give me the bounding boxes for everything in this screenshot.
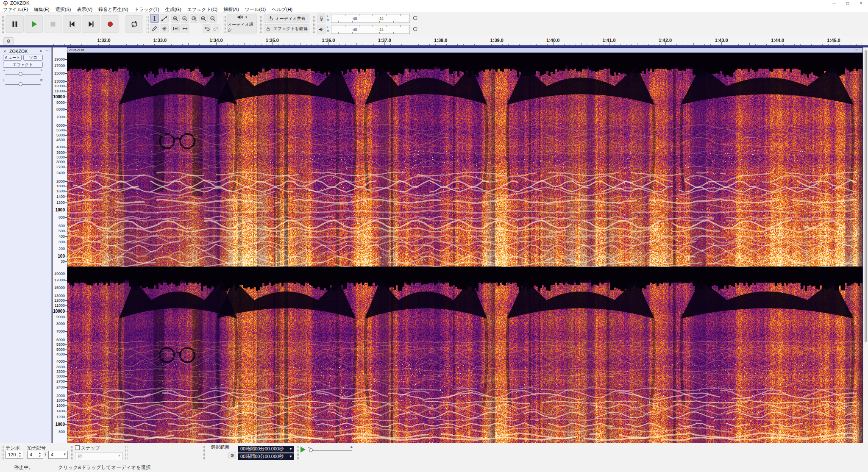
- recording-meter-bar[interactable]: -48 -24: [331, 14, 410, 23]
- gain-slider-thumb[interactable]: [19, 72, 22, 76]
- selection-start-field[interactable]: 00時間00分00.000秒 ▼: [238, 446, 294, 453]
- toolbar-grip[interactable]: [146, 16, 149, 33]
- toolbar-grip[interactable]: [313, 16, 315, 33]
- share-audio-button[interactable]: オーディオ共有: [264, 14, 309, 23]
- chevron-down-icon: ▾: [64, 452, 66, 456]
- timeline-label: 1:39.0: [490, 38, 504, 43]
- selection-end-field[interactable]: 00時間00分00.000秒 ▼: [238, 453, 294, 460]
- selection-tool-button[interactable]: I: [150, 14, 159, 23]
- zoom-fit-button[interactable]: [199, 14, 208, 23]
- meter-options-icon[interactable]: [412, 26, 418, 32]
- microphone-icon[interactable]: [317, 14, 326, 23]
- snap-label: スナップ: [81, 445, 100, 451]
- silence-audio-button[interactable]: [181, 24, 189, 33]
- frequency-label: 100: [58, 253, 65, 258]
- toolbar-grip[interactable]: [260, 16, 262, 33]
- pan-slider[interactable]: [5, 84, 41, 85]
- playback-meter-bar[interactable]: -48 -24: [331, 25, 410, 34]
- redo-button[interactable]: [212, 24, 220, 33]
- tempo-spinner[interactable]: ▲▼: [17, 451, 22, 458]
- stop-button[interactable]: [44, 15, 62, 33]
- audio-setup-button[interactable]: ▼ オーディオ設定: [227, 14, 257, 33]
- track-title[interactable]: ZOKZOK: [9, 49, 28, 54]
- effects-button[interactable]: エフェクト: [3, 62, 43, 68]
- frequency-ruler[interactable]: 1900017000150001300012000110001000090008…: [52, 47, 67, 443]
- vertical-scrollbar-thumb[interactable]: [865, 50, 867, 342]
- toolbar-grip[interactable]: [1, 446, 4, 460]
- envelope-tool-button[interactable]: [160, 14, 169, 23]
- snap-unit-select[interactable]: 秒 ▾: [75, 452, 122, 460]
- toolbar-grip[interactable]: [2, 16, 4, 33]
- menu-item-1[interactable]: 編集(E): [31, 7, 53, 12]
- play-speed-slider[interactable]: [310, 450, 352, 451]
- tempo-input[interactable]: 120 ▲▼: [6, 451, 23, 459]
- audio-clip[interactable]: ZOKZOK ⋯: [67, 47, 863, 443]
- time-signature-lower-select[interactable]: 4 ▾: [48, 451, 68, 459]
- frequency-label: 1600: [56, 403, 65, 408]
- mute-button[interactable]: ミュート: [3, 55, 22, 61]
- speaker-icon[interactable]: [317, 25, 326, 34]
- track-close-icon[interactable]: ×: [3, 49, 6, 54]
- frequency-label: 800: [58, 215, 65, 219]
- track-collapse-icon[interactable]: ∧: [39, 49, 42, 53]
- menu-item-4[interactable]: 録音と再生(N): [95, 7, 131, 12]
- menu-item-0[interactable]: ファイル(F): [0, 7, 31, 12]
- spectrogram-canvas[interactable]: [67, 53, 862, 443]
- timeline-label: 1:36.0: [322, 38, 335, 43]
- menu-item-5[interactable]: トラック(T): [131, 7, 162, 12]
- menu-item-7[interactable]: エフェクト(C): [184, 7, 221, 12]
- menu-item-2[interactable]: 選択(S): [53, 7, 74, 12]
- play-button[interactable]: [25, 15, 43, 33]
- selection-options-button[interactable]: ⚙: [228, 452, 236, 459]
- toolbar-grip[interactable]: [203, 446, 205, 460]
- meter-options-icon[interactable]: [412, 15, 418, 21]
- timeline-ruler-row: ⚙ 1:32.01:33.01:34.01:35.01:36.01:37.01:…: [0, 36, 868, 46]
- playback-meter[interactable]: LR -48 -24: [317, 25, 423, 34]
- recording-meter[interactable]: LR -48 -24: [317, 14, 423, 23]
- time-signature-spinner[interactable]: ▲▼: [37, 451, 42, 458]
- menu-item-6[interactable]: 生成(G): [162, 7, 184, 12]
- audacity-window: ZOKZOK ─ □ × ファイル(F)編集(E)選択(S)表示(V)録音と再生…: [0, 0, 868, 472]
- minimize-button[interactable]: ─: [827, 0, 841, 7]
- meter-tick: [387, 14, 387, 16]
- play-speed-slider-thumb[interactable]: [309, 448, 313, 452]
- solo-button[interactable]: ソロ: [23, 55, 43, 61]
- get-effects-button[interactable]: エフェクトを取得: [264, 24, 309, 33]
- skip-to-end-button[interactable]: [82, 15, 100, 33]
- skip-to-start-button[interactable]: [63, 15, 81, 33]
- undo-button[interactable]: [203, 24, 211, 33]
- time-signature-upper-input[interactable]: 4 ▲▼: [27, 451, 43, 459]
- record-button[interactable]: [101, 15, 119, 33]
- timeline-ruler[interactable]: 1:32.01:33.01:34.01:35.01:36.01:37.01:38…: [52, 36, 868, 45]
- trim-audio-button[interactable]: [171, 24, 180, 33]
- loop-button[interactable]: [125, 15, 143, 33]
- toolbar-grip[interactable]: [223, 16, 226, 33]
- menu-item-10[interactable]: ヘルプ(H): [269, 7, 295, 12]
- menu-item-8[interactable]: 解析(A): [220, 7, 242, 12]
- play-at-speed-button[interactable]: [300, 447, 306, 453]
- vertical-scrollbar[interactable]: [863, 47, 868, 443]
- multi-tool-button[interactable]: ✳: [160, 24, 169, 33]
- toolbar-grip[interactable]: [125, 446, 128, 460]
- menu-item-9[interactable]: ツール(O): [242, 7, 269, 12]
- close-button[interactable]: ×: [854, 0, 868, 7]
- toolbar-grip[interactable]: [297, 446, 299, 460]
- zoom-in-button[interactable]: [171, 14, 180, 23]
- pause-button[interactable]: [6, 15, 24, 33]
- timeline-options-button[interactable]: ⚙: [3, 37, 14, 45]
- menu-item-3[interactable]: 表示(V): [74, 7, 95, 12]
- pan-slider-thumb[interactable]: [19, 82, 22, 86]
- gain-slider[interactable]: [5, 74, 41, 75]
- clip-header[interactable]: ZOKZOK ⋯: [67, 48, 862, 53]
- draw-tool-button[interactable]: [150, 24, 159, 33]
- meter-db-label: -48: [352, 28, 357, 32]
- frequency-label: 9000: [56, 100, 65, 105]
- maximize-button[interactable]: □: [841, 0, 854, 7]
- zoom-toggle-button[interactable]: [209, 14, 217, 23]
- zoom-out-button[interactable]: [181, 14, 189, 23]
- zoom-to-selection-button[interactable]: [190, 14, 198, 23]
- track-menu-icon[interactable]: ⋯: [46, 48, 50, 53]
- snap-checkbox[interactable]: [75, 445, 80, 450]
- toolbar-grip[interactable]: [71, 446, 73, 460]
- clip-menu-icon[interactable]: ⋯: [854, 47, 859, 52]
